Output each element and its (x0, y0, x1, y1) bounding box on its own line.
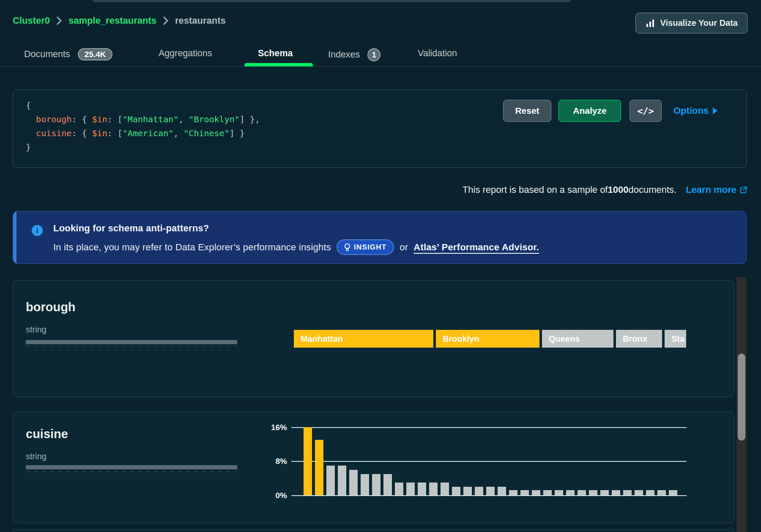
field-card-cuisine: cuisine string 16% 8% 0% (13, 411, 734, 523)
breadcrumb-database[interactable]: sample_restaurants (68, 15, 156, 26)
cuisine-bar[interactable] (486, 487, 495, 495)
options-toggle[interactable]: Options (673, 100, 717, 122)
borough-value-label: Bronx (616, 334, 647, 344)
tab-aggregations[interactable]: Aggregations (159, 48, 212, 59)
cuisine-bar[interactable] (646, 490, 654, 495)
cuisine-bar[interactable] (395, 483, 403, 495)
scrollbar-track[interactable] (736, 277, 747, 532)
borough-value-label: Brooklyn (436, 334, 479, 344)
cuisine-bar[interactable] (349, 470, 358, 495)
cuisine-bar[interactable] (612, 490, 620, 495)
cuisine-bar[interactable] (326, 466, 335, 495)
cuisine-bar[interactable] (623, 490, 632, 495)
cuisine-bar[interactable] (383, 474, 392, 495)
cuisine-bar[interactable] (498, 487, 506, 495)
cuisine-bar[interactable] (520, 490, 529, 495)
code-toggle-button[interactable]: </> (630, 100, 662, 122)
cuisine-bar[interactable] (566, 490, 575, 495)
banner-body-row: In its place, you may refer to Data Expl… (53, 239, 539, 255)
reset-button[interactable]: Reset (503, 100, 551, 122)
borough-value-bar-sta[interactable]: Sta (665, 330, 686, 348)
sample-note-suffix: documents. (628, 184, 676, 195)
visualize-button-label: Visualize Your Data (660, 18, 738, 28)
performance-advisor-link[interactable]: Atlas’ Performance Advisor. (413, 242, 539, 253)
borough-value-bar-bronx[interactable]: Bronx (616, 330, 662, 348)
cuisine-bar[interactable] (338, 466, 346, 495)
chevron-right-icon (162, 16, 169, 25)
cuisine-bar[interactable] (452, 487, 460, 495)
collection-tabs: Documents 25.4K Aggregations Schema Inde… (0, 42, 761, 68)
cuisine-bar[interactable] (600, 490, 609, 495)
insight-badge[interactable]: INSIGHT (337, 239, 394, 255)
lightbulb-icon (344, 243, 350, 252)
cuisine-histogram (291, 428, 687, 496)
cuisine-bar[interactable] (463, 487, 472, 495)
cuisine-bar[interactable] (441, 483, 449, 495)
breadcrumb-collection[interactable]: restaurants (175, 15, 226, 26)
borough-value-bar-manhattan[interactable]: Manhattan (294, 330, 433, 348)
cuisine-bar[interactable] (418, 483, 426, 495)
schema-page: Cluster0 sample_restaurants restaurants … (0, 0, 761, 532)
cuisine-bar[interactable] (304, 427, 312, 495)
field-card-borough: borough string ManhattanBrooklynQueensBr… (13, 280, 734, 397)
type-distribution-bar[interactable] (26, 340, 237, 344)
learn-more-link[interactable]: Learn more (686, 184, 747, 195)
tab-indexes[interactable]: Indexes 1 (328, 48, 380, 61)
cuisine-bar[interactable] (372, 474, 380, 495)
sample-size-note: This report is based on a sample of 1000… (463, 184, 747, 195)
cuisine-bar[interactable] (315, 440, 323, 495)
field-name: borough (26, 300, 76, 314)
y-axis-tick-8: 8% (267, 457, 287, 466)
bar-chart-icon (645, 18, 655, 28)
indexes-count-badge: 1 (367, 48, 380, 61)
tabs-divider (0, 66, 761, 67)
cuisine-bar[interactable] (532, 490, 540, 495)
banner-title: Looking for schema anti-patterns? (53, 223, 209, 234)
sample-note-prefix: This report is based on a sample of (463, 184, 608, 195)
tab-documents[interactable]: Documents 25.4K (24, 48, 112, 60)
tab-aggregations-label: Aggregations (159, 48, 212, 59)
cuisine-bar[interactable] (669, 490, 677, 495)
caret-right-icon (713, 107, 717, 114)
analyze-button[interactable]: Analyze (558, 100, 621, 122)
next-field-card-peek (13, 529, 734, 532)
type-bar-ticks (26, 471, 237, 472)
tab-validation-label: Validation (418, 48, 457, 59)
sample-count: 1000 (608, 184, 628, 195)
window-top-edge (0, 0, 761, 2)
visualize-your-data-button[interactable]: Visualize Your Data (635, 13, 747, 33)
cuisine-bar[interactable] (406, 483, 415, 495)
tab-schema[interactable]: Schema (258, 48, 293, 59)
external-link-icon (739, 186, 747, 194)
tab-indexes-label: Indexes (328, 49, 360, 60)
field-type-label: string (26, 452, 47, 461)
chevron-right-icon (56, 16, 63, 25)
breadcrumb: Cluster0 sample_restaurants restaurants (13, 15, 226, 26)
borough-value-label: Sta (665, 334, 684, 344)
query-editor[interactable]: { borough: { $in: ["Manhattan", "Brookly… (26, 99, 260, 154)
borough-value-label: Queens (542, 334, 580, 344)
cuisine-bar[interactable] (429, 483, 438, 495)
cuisine-bar[interactable] (635, 490, 643, 495)
cuisine-bar[interactable] (475, 487, 483, 495)
breadcrumb-cluster[interactable]: Cluster0 (13, 15, 50, 26)
type-distribution-bar[interactable] (26, 465, 237, 469)
scrollbar-thumb[interactable] (738, 354, 745, 441)
cuisine-bars (304, 427, 677, 495)
tab-validation[interactable]: Validation (418, 48, 457, 59)
cuisine-bar[interactable] (589, 490, 597, 495)
window-top-edge-highlight (93, 0, 571, 2)
borough-value-bar-brooklyn[interactable]: Brooklyn (436, 330, 539, 348)
field-type-label: string (26, 325, 47, 335)
type-bar-ticks (26, 346, 237, 347)
cuisine-bar[interactable] (657, 490, 666, 495)
field-name: cuisine (26, 427, 68, 441)
borough-value-bar-queens[interactable]: Queens (542, 330, 613, 348)
cuisine-bar[interactable] (509, 490, 517, 495)
cuisine-bar[interactable] (543, 490, 552, 495)
cuisine-bar[interactable] (578, 490, 586, 495)
insight-badge-label: INSIGHT (354, 243, 386, 252)
cuisine-bar[interactable] (555, 490, 563, 495)
cuisine-bar[interactable] (361, 474, 369, 495)
y-axis-tick-16: 16% (267, 423, 287, 432)
